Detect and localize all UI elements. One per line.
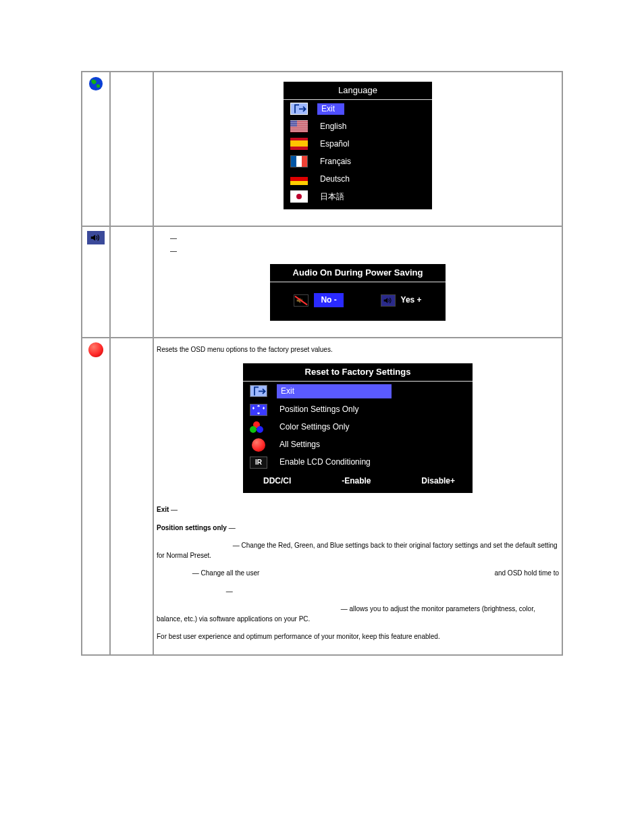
all-desc: — Change all the user and OSD hold time …	[157, 569, 559, 579]
lang-item-french[interactable]: Français	[284, 153, 432, 170]
audio-option-yes[interactable]: Yes +	[381, 293, 422, 307]
svg-point-0	[89, 77, 103, 90]
color-desc: — Change the Red, Green, and Blue settin…	[157, 541, 559, 561]
lcd-cond-desc: —	[157, 587, 559, 597]
ddc-disable: Disable+	[421, 475, 455, 487]
osd-language-panel: Language Exit English Español Français	[284, 82, 432, 209]
exit-desc: Exit —	[157, 505, 559, 515]
speaker-on-icon	[381, 294, 396, 307]
flag-jp-icon	[290, 190, 308, 203]
position-desc: Position settings only —	[157, 523, 559, 533]
reset-item-all[interactable]: All Settings	[243, 436, 473, 454]
osd-audio-title: Audio On During Power Saving	[270, 264, 446, 282]
osd-language-title: Language	[284, 82, 432, 100]
row-reset: Resets the OSD menu options to the facto…	[82, 338, 562, 655]
lang-item-german[interactable]: Deutsch	[284, 170, 432, 188]
reset-item-color[interactable]: Color Settings Only	[243, 419, 473, 436]
lang-item-english[interactable]: English	[284, 118, 432, 135]
reset-item-lcd-conditioning[interactable]: IR Enable LCD Conditioning	[243, 454, 473, 471]
speaker-mute-icon	[294, 294, 308, 307]
row-language: Language Exit English Español Français	[82, 72, 562, 226]
ddc-label: DDC/CI	[263, 475, 291, 487]
reset-item-position[interactable]: Position Settings Only	[243, 401, 473, 419]
spec-table: Language Exit English Español Français	[81, 71, 563, 656]
reset-item-exit[interactable]: Exit	[243, 382, 473, 401]
reset-intro: Resets the OSD menu options to the facto…	[157, 345, 559, 355]
ddc-enable: -Enable	[342, 475, 371, 487]
ir-icon: IR	[250, 457, 267, 469]
ddc-desc: — allows you to adjust the monitor param…	[157, 604, 559, 624]
all-settings-icon	[250, 439, 267, 451]
reset-icon	[88, 342, 103, 357]
osd-reset-title: Reset to Factory Settings	[243, 363, 473, 382]
flag-de-icon	[290, 173, 308, 185]
lang-item-spanish[interactable]: Español	[284, 135, 432, 153]
lang-item-exit[interactable]: Exit	[284, 100, 432, 118]
reset-ddc-row[interactable]: DDC/CI -Enable Disable+	[243, 471, 473, 494]
globe-icon	[88, 76, 103, 91]
flag-us-icon	[290, 120, 308, 132]
osd-reset-panel: Reset to Factory Settings Exit Position	[243, 363, 473, 494]
flag-es-icon	[290, 138, 308, 150]
audio-dash-1: —	[170, 234, 559, 244]
best-experience-desc: For best user experience and optimum per…	[157, 632, 559, 642]
audio-option-no[interactable]: No -	[294, 293, 343, 307]
osd-audio-panel: Audio On During Power Saving No - Yes +	[270, 264, 446, 321]
flag-fr-icon	[290, 155, 308, 167]
speaker-icon	[87, 231, 105, 244]
audio-dash-2: —	[170, 246, 559, 257]
exit-icon	[250, 385, 267, 397]
color-icon	[250, 421, 267, 434]
lang-item-japanese[interactable]: 日本語	[284, 188, 432, 209]
position-icon	[250, 404, 267, 416]
exit-icon	[290, 103, 308, 115]
row-audio: — — Audio On During Power Saving No - Ye…	[82, 226, 562, 338]
